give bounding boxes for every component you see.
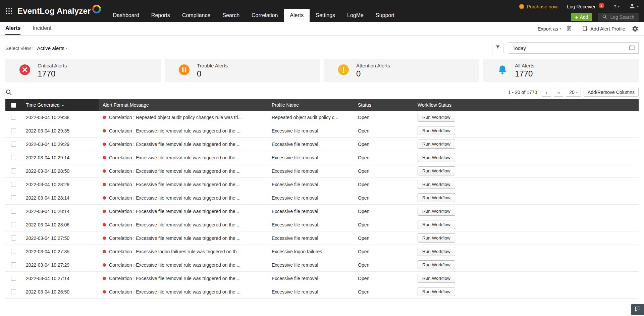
row-alert-message: Correlation : Excessive file removal rul… [109, 195, 240, 201]
table-row[interactable]: 2022-03-04 10:28:06 Correlation : Excess… [5, 218, 639, 231]
critical-severity-dot-icon [103, 210, 106, 213]
row-alert-message: Correlation : Excessive file removal rul… [109, 222, 240, 227]
all-alerts-card[interactable]: All Alerts 1770 [483, 59, 639, 82]
row-checkbox[interactable] [11, 182, 16, 187]
row-checkbox[interactable] [11, 168, 16, 173]
export-as-dropdown[interactable]: Export as [538, 26, 561, 32]
table-row[interactable]: 2022-03-04 10:29:29 Correlation : Excess… [5, 138, 639, 151]
row-status: Open [354, 235, 414, 241]
add-button[interactable]: Add [571, 13, 593, 21]
run-workflow-button[interactable]: Run Workflow [418, 166, 455, 175]
run-workflow-button[interactable]: Run Workflow [418, 207, 455, 216]
row-checkbox[interactable] [11, 235, 16, 241]
row-checkbox[interactable] [11, 276, 16, 281]
card-value: 0 [197, 69, 228, 78]
run-workflow-button[interactable]: Run Workflow [418, 180, 455, 189]
table-row[interactable]: 2022-03-04 10:27:35 Correlation : Excess… [5, 245, 639, 258]
row-checkbox[interactable] [11, 209, 16, 214]
run-workflow-button[interactable]: Run Workflow [418, 193, 455, 202]
all-alerts-icon [497, 64, 508, 77]
next-page-button[interactable]: › [542, 88, 551, 97]
log-search-box[interactable]: Log Search [598, 13, 639, 21]
run-workflow-button[interactable]: Run Workflow [418, 113, 455, 122]
row-checkbox[interactable] [11, 222, 16, 227]
apps-grid-icon[interactable] [5, 7, 13, 15]
run-workflow-button[interactable]: Run Workflow [418, 287, 455, 296]
table-row[interactable]: 2022-03-04 10:29:14 Correlation : Excess… [5, 151, 639, 164]
row-checkbox[interactable] [11, 155, 16, 160]
run-workflow-button[interactable]: Run Workflow [418, 153, 455, 162]
run-workflow-button[interactable]: Run Workflow [418, 126, 455, 135]
nav-item[interactable]: LogMe [341, 9, 370, 22]
filter-button[interactable] [492, 43, 503, 53]
nav-item[interactable]: Correlation [246, 9, 284, 22]
nav-item[interactable]: Dashboard [107, 9, 145, 22]
row-checkbox[interactable] [11, 128, 16, 133]
attention-alerts-card[interactable]: Attention Alerts 0 [324, 59, 479, 82]
trouble-alerts-card[interactable]: Trouble Alerts 0 [165, 59, 320, 82]
row-checkbox[interactable] [11, 262, 16, 267]
table-row[interactable]: 2022-03-04 10:28:14 Correlation : Excess… [5, 191, 639, 205]
row-alert-message: Correlation : Excessive file removal rul… [109, 168, 240, 174]
nav-item[interactable]: Search [216, 9, 246, 22]
add-alert-profile-button[interactable]: Add Alert Profile [582, 25, 625, 32]
row-profile-name: Excessive file removal [268, 142, 354, 147]
run-workflow-button[interactable]: Run Workflow [418, 247, 455, 256]
app-logo-text: EventLog Analyzer [17, 6, 91, 16]
row-checkbox[interactable] [11, 289, 16, 294]
feedback-chat-button[interactable] [631, 304, 644, 315]
row-alert-message: Correlation : Repeated object audit poli… [109, 115, 242, 120]
add-remove-columns-button[interactable]: Add/Remove Columns [584, 88, 639, 97]
date-range-picker[interactable]: Today [509, 42, 639, 54]
row-status: Open [354, 262, 414, 268]
table-row[interactable]: 2022-03-04 10:28:29 Correlation : Excess… [5, 178, 639, 191]
run-workflow-button[interactable]: Run Workflow [418, 220, 455, 229]
table-row[interactable]: 2022-03-04 10:27:29 Correlation : Excess… [5, 258, 639, 272]
nav-item[interactable]: Alerts [284, 9, 310, 22]
row-checkbox[interactable] [11, 142, 16, 147]
nav-item[interactable]: Reports [145, 9, 176, 22]
nav-item[interactable]: Support [370, 9, 400, 22]
table-row[interactable]: 2022-03-04 10:26:50 Correlation : Excess… [5, 285, 639, 299]
row-status: Open [354, 128, 414, 134]
critical-icon [19, 64, 31, 77]
vertical-divider [577, 26, 577, 32]
run-workflow-button[interactable]: Run Workflow [418, 140, 455, 149]
subtab[interactable]: Alerts [5, 22, 20, 35]
table-search-icon[interactable] [5, 89, 12, 96]
card-label: Trouble Alerts [197, 63, 228, 68]
row-checkbox[interactable] [11, 249, 16, 254]
row-message-cell: Correlation : Excessive file removal rul… [99, 155, 268, 160]
nav-item[interactable]: Settings [310, 9, 341, 22]
log-receiver-link[interactable]: Log Receiver 2 [567, 4, 604, 9]
run-workflow-button[interactable]: Run Workflow [418, 274, 455, 283]
table-row[interactable]: 2022-03-04 10:28:50 Correlation : Excess… [5, 164, 639, 178]
run-workflow-button[interactable]: Run Workflow [418, 233, 455, 243]
table-row[interactable]: 2022-03-04 10:27:50 Correlation : Excess… [5, 231, 639, 245]
subtab[interactable]: Incident [33, 22, 51, 35]
table-row[interactable]: 2022-03-04 10:27:14 Correlation : Excess… [5, 272, 639, 285]
help-menu[interactable]: ? [614, 4, 620, 9]
row-checkbox[interactable] [11, 115, 16, 120]
export-report-icon[interactable] [566, 26, 572, 32]
nav-item[interactable]: Compliance [176, 9, 216, 22]
header-time-generated[interactable]: Time Generated [22, 99, 99, 111]
last-page-button[interactable]: » [554, 88, 563, 97]
run-workflow-button[interactable]: Run Workflow [418, 260, 455, 269]
select-all-checkbox[interactable] [11, 103, 16, 108]
log-search-label: Log Search [610, 14, 634, 20]
row-message-cell: Correlation : Excessive file removal rul… [99, 195, 268, 201]
page-size-dropdown[interactable]: 20 [566, 88, 581, 97]
table-row[interactable]: 2022-03-04 10:28:14 Correlation : Excess… [5, 205, 639, 218]
user-menu[interactable] [629, 3, 639, 10]
list-toolbar: 1 - 20 of 1770 › » 20 Add/Remove Columns [0, 88, 644, 97]
view-dropdown[interactable]: Active alerts [37, 45, 67, 51]
table-row[interactable]: 2022-03-04 10:29:38 Correlation : Repeat… [5, 111, 639, 124]
row-checkbox[interactable] [11, 195, 16, 200]
row-time-generated: 2022-03-04 10:26:50 [22, 289, 99, 295]
critical-alerts-card[interactable]: Critical Alerts 1770 [5, 59, 161, 82]
table-row[interactable]: 2022-03-04 10:29:35 Correlation : Excess… [5, 124, 639, 138]
settings-gear-icon[interactable] [632, 25, 639, 32]
purchase-now-link[interactable]: Purchase now [519, 4, 557, 9]
app-logo: EventLog Analyzer [17, 6, 101, 16]
